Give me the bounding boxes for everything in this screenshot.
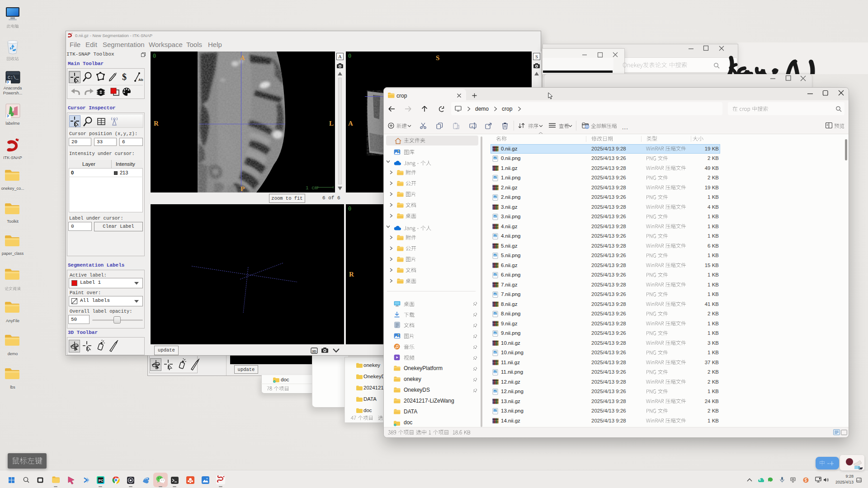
svg-text:C:\_: C:\_ [8, 75, 19, 80]
svg-text:$: $ [122, 72, 127, 82]
svg-text:3D: 3D [312, 349, 316, 353]
svg-text:PC: PC [99, 479, 104, 483]
svg-text:A: A [471, 125, 473, 128]
svg-text:Ab: Ab [138, 78, 143, 82]
